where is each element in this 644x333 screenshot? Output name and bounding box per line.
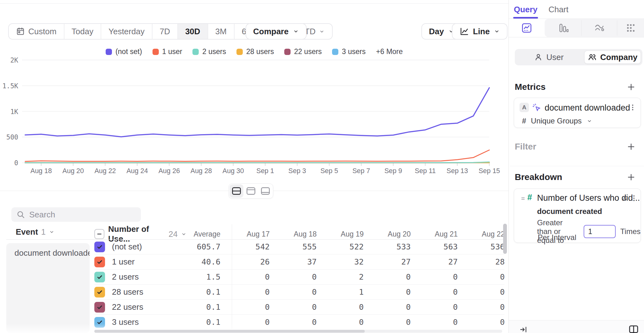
compare-button[interactable]: Compare: [246, 23, 307, 40]
add-breakdown-button[interactable]: [626, 172, 636, 182]
metric-card[interactable]: A document downloaded # Unique Groups: [514, 98, 641, 128]
row-checkbox[interactable]: [94, 317, 105, 328]
row-average: 0.1: [187, 287, 224, 297]
legend-swatch: [106, 49, 112, 55]
add-metric-button[interactable]: [626, 82, 636, 92]
row-value: 27: [425, 257, 472, 266]
row-value: 26: [237, 257, 284, 266]
row-value: 27: [378, 257, 425, 266]
legend-item[interactable]: 28 users: [236, 47, 274, 56]
table-vertical-scrollbar[interactable]: [503, 224, 507, 254]
row-value: 28: [472, 257, 509, 266]
check-icon: [96, 274, 103, 281]
legend-swatch: [192, 49, 199, 55]
event-list-item[interactable]: document downloaded [U...: [6, 243, 90, 333]
add-filter-button[interactable]: [626, 142, 636, 151]
layout-table-only-button[interactable]: [258, 184, 272, 198]
chevron-down-icon: [293, 28, 299, 35]
panel-toggle-icon[interactable]: [628, 324, 639, 333]
row-checkbox[interactable]: [94, 272, 105, 282]
row-checkbox[interactable]: [94, 242, 105, 252]
breakdown-heading: Breakdown: [515, 172, 562, 182]
check-icon: [96, 319, 103, 326]
collapse-panel-icon[interactable]: [519, 325, 528, 333]
svg-text:Sep 7: Sep 7: [353, 167, 370, 175]
compare-label: Compare: [253, 27, 289, 36]
metric-name: document downloaded: [545, 103, 630, 113]
per-interval-label: Per Interval: [538, 233, 576, 242]
range-button-yesterday[interactable]: Yesterday: [101, 24, 152, 39]
svg-text:Sep 13: Sep 13: [447, 167, 468, 175]
measure-selector[interactable]: # Unique Groups: [522, 117, 592, 125]
toggle-user[interactable]: User: [515, 49, 583, 65]
row-value: 0: [284, 287, 331, 297]
range-button-custom[interactable]: Custom: [9, 24, 64, 39]
kebab-menu-icon[interactable]: [629, 103, 637, 112]
layout-split-button[interactable]: [230, 184, 243, 198]
tab-query[interactable]: Query: [514, 5, 537, 19]
table-horizontal-scrollbar[interactable]: [94, 330, 502, 333]
toggle-company-label: Company: [600, 52, 637, 62]
row-value: 0: [284, 303, 331, 312]
chart-type-bar-chart[interactable]: [545, 19, 581, 37]
chart-type-journeys[interactable]: [581, 19, 617, 37]
svg-text:Sep 15: Sep 15: [479, 167, 500, 175]
row-label: (not set): [108, 242, 187, 252]
row-value: 0: [472, 318, 509, 327]
legend-item[interactable]: 1 user: [153, 47, 182, 56]
svg-text:Sep 11: Sep 11: [415, 167, 436, 175]
range-button-30d[interactable]: 30D: [177, 24, 208, 39]
row-value: 0: [378, 303, 425, 312]
row-value: 0: [331, 303, 378, 312]
legend-item[interactable]: 22 users: [284, 47, 322, 56]
layout-toggle-group: [229, 183, 273, 199]
layout-chart-only-button[interactable]: [244, 184, 258, 198]
event-spark-icon: [532, 103, 541, 112]
series-1 user: [25, 150, 489, 161]
table-row: 3 users0.1000000: [94, 315, 508, 330]
check-icon: [96, 304, 103, 311]
legend-item[interactable]: (not set): [106, 47, 142, 56]
svg-text:Aug 22: Aug 22: [94, 167, 116, 175]
svg-text:500: 500: [6, 134, 18, 141]
legend-item[interactable]: 3 users: [332, 47, 365, 56]
check-icon: [96, 289, 103, 296]
table-column-divider: [232, 224, 232, 329]
svg-text:Aug 20: Aug 20: [63, 167, 84, 175]
search-input[interactable]: [29, 210, 136, 220]
close-icon[interactable]: [621, 194, 629, 202]
search-box: [11, 207, 141, 222]
svg-text:1K: 1K: [10, 108, 19, 116]
kebab-menu-icon[interactable]: [630, 194, 638, 202]
range-button-today[interactable]: Today: [64, 24, 101, 39]
chart-type-line-chart[interactable]: [509, 19, 545, 37]
row-value: 563: [425, 242, 472, 251]
row-value: 522: [331, 242, 378, 251]
row-value: 2: [331, 272, 378, 281]
chart-type-more-charts[interactable]: [617, 19, 644, 37]
toggle-company[interactable]: Company: [584, 51, 641, 64]
drag-handle-icon[interactable]: [519, 195, 527, 202]
tab-chart[interactable]: Chart: [548, 5, 569, 19]
legend-more[interactable]: +6 More: [376, 47, 403, 56]
chevron-down-icon: [181, 231, 187, 237]
row-value: 0: [331, 318, 378, 327]
row-checkbox[interactable]: [94, 257, 105, 267]
event-column-header[interactable]: Event 1: [16, 224, 55, 239]
row-value: 0: [472, 272, 509, 281]
legend-item[interactable]: 2 users: [192, 47, 226, 56]
svg-text:Sep 1: Sep 1: [256, 167, 274, 175]
range-button-3m[interactable]: 3M: [208, 24, 234, 39]
chevron-down-icon: [49, 229, 55, 235]
filter-heading: Filter: [515, 142, 536, 152]
row-checkbox[interactable]: [94, 287, 105, 298]
breakdown-card[interactable]: # Number of Users who did... document cr…: [514, 188, 641, 243]
chart-type-divider: [509, 37, 644, 37]
range-button-7d[interactable]: 7D: [152, 24, 177, 39]
times-value-input[interactable]: [584, 225, 616, 238]
row-checkbox[interactable]: [94, 302, 105, 313]
table-row: 2 users1.5002000: [94, 270, 508, 285]
metrics-heading: Metrics: [515, 82, 546, 92]
select-all-checkbox[interactable]: [94, 229, 108, 239]
chart-style-button[interactable]: Line: [452, 23, 508, 40]
